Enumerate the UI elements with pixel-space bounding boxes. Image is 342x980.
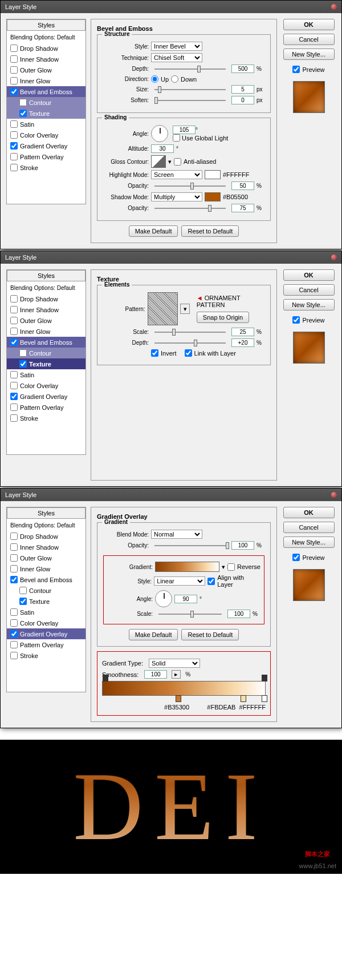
number-input[interactable]: [231, 96, 254, 104]
titlebar[interactable]: Layer Style: [1, 1, 341, 13]
snap-origin-button[interactable]: Snap to Origin: [197, 312, 249, 323]
link-layer-check[interactable]: [185, 349, 192, 357]
style-checkbox[interactable]: [10, 88, 18, 95]
gloss-contour-swatch[interactable]: [151, 155, 166, 168]
slider[interactable]: [154, 328, 226, 336]
slider[interactable]: [158, 610, 222, 618]
style-item[interactable]: Contour: [7, 97, 85, 108]
titlebar[interactable]: Layer Style: [1, 489, 341, 501]
direction-up[interactable]: [151, 75, 158, 83]
number-input[interactable]: [144, 670, 167, 679]
style-checkbox[interactable]: [10, 393, 18, 400]
style-item[interactable]: Stroke: [7, 162, 85, 173]
make-default-button[interactable]: Make Default: [129, 629, 178, 640]
gradient-type-select[interactable]: Solid: [149, 659, 200, 668]
number-input[interactable]: [174, 595, 197, 603]
style-item[interactable]: Color Overlay: [7, 380, 85, 391]
style-item[interactable]: Inner Shadow: [7, 304, 85, 315]
style-item[interactable]: Stroke: [7, 413, 85, 424]
close-icon[interactable]: [331, 4, 337, 10]
gradient-bar[interactable]: [155, 562, 219, 572]
style-checkbox[interactable]: [19, 360, 27, 368]
style-item[interactable]: Inner Glow: [7, 75, 85, 86]
style-checkbox[interactable]: [10, 66, 18, 74]
style-checkbox[interactable]: [10, 55, 18, 63]
style-item[interactable]: Pattern Overlay: [7, 402, 85, 413]
ok-button[interactable]: OK: [283, 19, 335, 30]
new-style-button[interactable]: New Style...: [283, 49, 335, 60]
style-checkbox[interactable]: [10, 328, 18, 335]
style-item[interactable]: Color Overlay: [7, 130, 85, 140]
technique-select[interactable]: Chisel Soft: [151, 53, 202, 62]
style-item[interactable]: Contour: [7, 348, 85, 358]
anti-aliased-check[interactable]: [174, 158, 181, 166]
cancel-button[interactable]: Cancel: [283, 34, 335, 45]
style-checkbox[interactable]: [10, 630, 18, 638]
blend-mode-select[interactable]: Normal: [151, 530, 202, 539]
style-item[interactable]: Bevel and Emboss: [7, 337, 85, 348]
slider[interactable]: [154, 182, 226, 190]
number-input[interactable]: [231, 204, 254, 212]
style-item[interactable]: Drop Shadow: [7, 43, 85, 54]
style-select[interactable]: Inner Bevel: [151, 42, 202, 51]
align-layer-check[interactable]: [207, 578, 215, 585]
reset-default-button[interactable]: Reset to Default: [181, 629, 239, 640]
reset-default-button[interactable]: Reset to Default: [181, 225, 239, 237]
style-item[interactable]: Bevel and Emboss: [7, 574, 85, 585]
style-item[interactable]: Contour: [7, 585, 85, 596]
styles-header[interactable]: Styles: [7, 270, 85, 281]
slider[interactable]: [154, 86, 226, 94]
new-style-button[interactable]: New Style...: [283, 537, 335, 548]
style-checkbox[interactable]: [10, 45, 18, 52]
blending-options[interactable]: Blending Options: Default: [7, 520, 85, 531]
style-checkbox[interactable]: [10, 554, 18, 562]
style-item[interactable]: Gradient Overlay: [7, 628, 85, 639]
style-checkbox[interactable]: [10, 382, 18, 389]
close-icon[interactable]: [331, 492, 337, 498]
styles-header[interactable]: Styles: [7, 19, 85, 31]
preview-checkbox[interactable]: [292, 316, 300, 324]
style-checkbox[interactable]: [19, 110, 27, 117]
style-item[interactable]: Gradient Overlay: [7, 391, 85, 402]
close-icon[interactable]: [331, 255, 337, 260]
preview-checkbox[interactable]: [292, 554, 300, 561]
style-item[interactable]: Stroke: [7, 650, 85, 661]
pattern-dropdown-icon[interactable]: ▾: [180, 304, 190, 314]
angle-dial[interactable]: [155, 590, 172, 607]
style-checkbox[interactable]: [10, 576, 18, 583]
number-input[interactable]: [227, 610, 250, 618]
slider[interactable]: [154, 339, 226, 347]
style-item[interactable]: Pattern Overlay: [7, 639, 85, 650]
style-checkbox[interactable]: [10, 619, 18, 627]
number-input[interactable]: [151, 144, 174, 153]
style-item[interactable]: Drop Shadow: [7, 531, 85, 542]
preview-check[interactable]: Preview: [292, 554, 324, 561]
style-checkbox[interactable]: [10, 652, 18, 659]
style-checkbox[interactable]: [10, 120, 18, 128]
style-checkbox[interactable]: [19, 99, 27, 106]
new-style-button[interactable]: New Style...: [283, 299, 335, 310]
style-item[interactable]: Pattern Overlay: [7, 151, 85, 162]
shadow-color-swatch[interactable]: [205, 192, 221, 201]
style-item[interactable]: Drop Shadow: [7, 293, 85, 304]
style-item[interactable]: Inner Shadow: [7, 54, 85, 64]
shadow-mode-select[interactable]: Multiply: [151, 192, 202, 201]
slider[interactable]: [154, 204, 226, 212]
chevron-right-icon[interactable]: ▸: [172, 670, 181, 679]
style-item[interactable]: Satin: [7, 607, 85, 618]
style-item[interactable]: Inner Glow: [7, 326, 85, 337]
styles-header[interactable]: Styles: [7, 507, 85, 519]
style-item[interactable]: Outer Glow: [7, 64, 85, 75]
style-item[interactable]: Texture: [7, 358, 85, 369]
style-checkbox[interactable]: [10, 543, 18, 551]
ok-button[interactable]: OK: [283, 269, 335, 281]
style-item[interactable]: Inner Shadow: [7, 542, 85, 552]
ok-button[interactable]: OK: [283, 507, 335, 518]
style-item[interactable]: Satin: [7, 119, 85, 130]
slider[interactable]: [154, 96, 226, 104]
number-input[interactable]: [231, 541, 254, 550]
style-item[interactable]: Gradient Overlay: [7, 140, 85, 151]
number-input[interactable]: [231, 64, 254, 73]
style-checkbox[interactable]: [10, 131, 18, 139]
style-checkbox[interactable]: [10, 533, 18, 540]
